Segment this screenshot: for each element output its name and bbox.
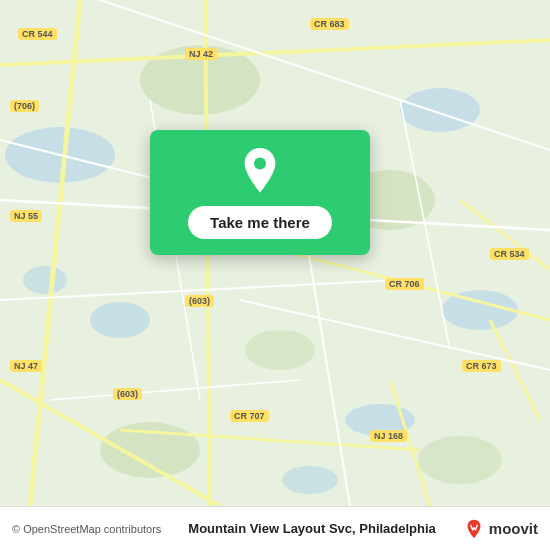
road-label: CR 673 [462, 360, 501, 372]
osm-credit: © OpenStreetMap contributors [12, 523, 161, 535]
take-me-there-button[interactable]: Take me there [188, 206, 332, 239]
road-label: CR 534 [490, 248, 529, 260]
svg-point-6 [23, 266, 67, 294]
road-label: NJ 47 [10, 360, 42, 372]
road-label: CR 707 [230, 410, 269, 422]
map-container: CR 544CR 683NJ 42(706)NJ 55CR 534(603)CR… [0, 0, 550, 550]
map-background [0, 0, 550, 550]
road-label: (603) [113, 388, 142, 400]
svg-point-11 [418, 436, 502, 484]
map-pin-icon [236, 148, 284, 196]
location-title: Mountain View Layout Svc, Philadelphia [161, 521, 462, 536]
svg-point-12 [245, 330, 315, 370]
svg-point-4 [90, 302, 150, 338]
svg-point-31 [254, 157, 266, 169]
road-label: CR 544 [18, 28, 57, 40]
road-label: CR 683 [310, 18, 349, 30]
location-card: Take me there [150, 130, 370, 255]
svg-point-2 [400, 88, 480, 132]
road-label: NJ 168 [370, 430, 407, 442]
road-label: NJ 42 [185, 48, 217, 60]
moovit-icon [463, 518, 485, 540]
svg-point-10 [100, 422, 200, 478]
road-label: (603) [185, 295, 214, 307]
road-label: (706) [10, 100, 39, 112]
road-label: NJ 55 [10, 210, 42, 222]
bottom-bar: © OpenStreetMap contributors Mountain Vi… [0, 506, 550, 550]
road-label: CR 706 [385, 278, 424, 290]
moovit-text: moovit [489, 520, 538, 537]
svg-point-7 [282, 466, 338, 494]
moovit-logo: moovit [463, 518, 538, 540]
